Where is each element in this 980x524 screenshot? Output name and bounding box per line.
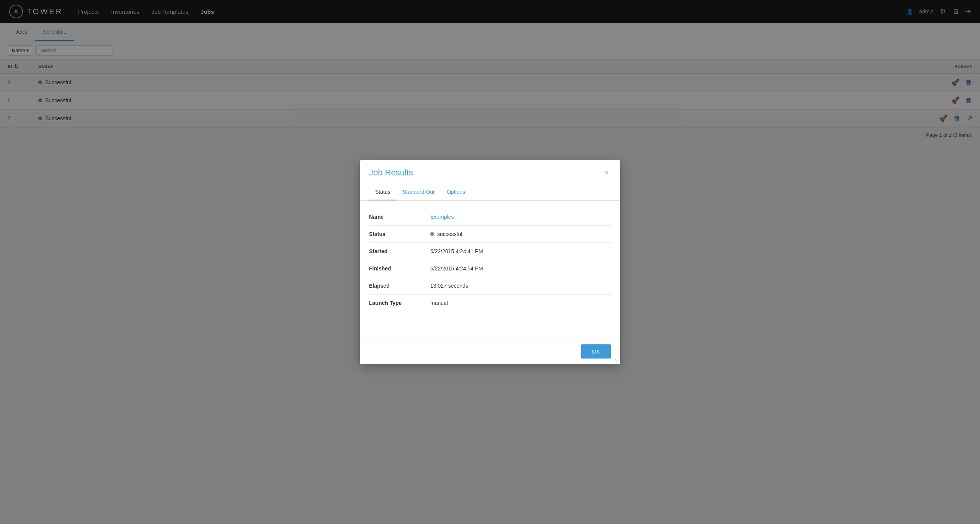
field-label-finished: Finished (369, 265, 430, 272)
field-value-finished: 6/22/2015 4:24:54 PM (430, 265, 611, 272)
field-label-name: Name (369, 214, 430, 220)
field-label-elapsed: Elapsed (369, 283, 430, 289)
field-label-started: Started (369, 248, 430, 254)
detail-row-launch-type: Launch Type manual (369, 295, 611, 311)
modal-overlay[interactable]: Job Results × Status Standard Out Option… (0, 0, 980, 524)
detail-row-status: Status successful (369, 226, 611, 243)
detail-row-elapsed: Elapsed 13.027 seconds (369, 277, 611, 295)
status-dot-modal (430, 232, 434, 236)
modal-tab-standard-out[interactable]: Standard Out (397, 184, 441, 201)
modal-header: Job Results × (360, 160, 620, 184)
job-results-modal: Job Results × Status Standard Out Option… (360, 160, 620, 364)
field-value-launch-type: manual (430, 300, 611, 306)
modal-title: Job Results (369, 168, 413, 178)
field-value-status: successful (430, 231, 611, 237)
detail-row-started: Started 6/22/2015 4:24:41 PM (369, 243, 611, 260)
modal-close-button[interactable]: × (602, 168, 611, 178)
detail-row-finished: Finished 6/22/2015 4:24:54 PM (369, 260, 611, 277)
ok-button[interactable]: OK (581, 344, 611, 359)
field-value-started: 6/22/2015 4:24:41 PM (430, 248, 611, 254)
modal-footer: OK (360, 339, 620, 364)
field-value-name[interactable]: Examples (430, 214, 611, 220)
field-label-launch-type: Launch Type (369, 300, 430, 306)
modal-body: Name Examples Status successful Started … (360, 201, 620, 339)
resize-handle[interactable]: ⤡ (614, 358, 619, 363)
modal-tab-options[interactable]: Options (441, 184, 471, 201)
modal-tabs: Status Standard Out Options (360, 184, 620, 201)
field-label-status: Status (369, 231, 430, 237)
modal-tab-status[interactable]: Status (369, 184, 397, 201)
field-value-elapsed: 13.027 seconds (430, 283, 611, 289)
detail-row-name: Name Examples (369, 208, 611, 226)
